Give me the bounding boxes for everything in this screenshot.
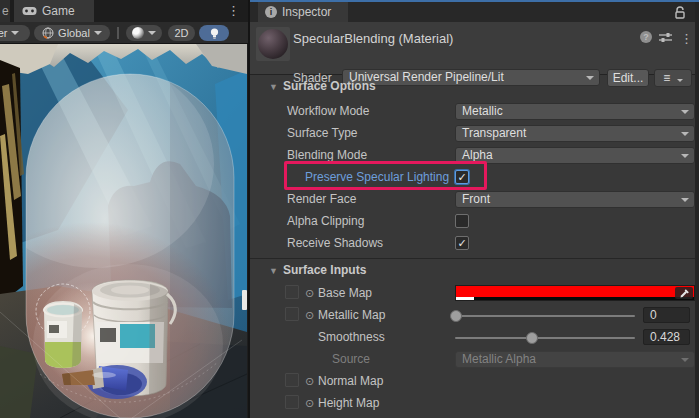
- receive-shadows-checkbox[interactable]: ✓: [455, 236, 469, 250]
- chevron-down-icon: [677, 79, 683, 82]
- smoothness-value-field[interactable]: 0.428: [643, 329, 690, 345]
- smoothness-slider-thumb[interactable]: [526, 332, 538, 344]
- chevron-down-icon: [11, 31, 19, 35]
- shading-mode-button[interactable]: [126, 25, 162, 41]
- inspector-scrollbar-gutter[interactable]: [695, 2, 699, 418]
- row-label: Base Map: [318, 285, 372, 302]
- alpha-strip: [456, 297, 694, 300]
- shader-list-button[interactable]: ≡: [654, 69, 692, 87]
- scene-toolbar: ter Global 2D: [0, 22, 248, 44]
- dropdown-value: Front: [462, 192, 490, 206]
- foldout-icon[interactable]: ▼: [269, 82, 278, 92]
- dropdown-value: Metallic: [462, 104, 503, 118]
- tab-inspector[interactable]: i Inspector: [258, 2, 348, 22]
- object-picker-icon[interactable]: ⊙: [305, 307, 314, 324]
- base-map-texture-slot[interactable]: [285, 285, 299, 299]
- chevron-down-icon: [681, 154, 689, 158]
- game-tabbar: e Game ⋮: [0, 0, 248, 22]
- chevron-down-icon: [148, 31, 156, 35]
- object-picker-icon[interactable]: ⊙: [305, 373, 314, 390]
- foldout-icon[interactable]: ▼: [269, 266, 278, 276]
- eyedropper-icon: [679, 288, 690, 299]
- row-label: Render Face: [287, 191, 356, 208]
- shaded-sphere-icon: [132, 27, 144, 39]
- preserve-specular-checkbox[interactable]: ✓: [455, 170, 469, 184]
- row-label: Surface Type: [287, 125, 358, 142]
- scene-render: [0, 44, 247, 418]
- burger-icon: ≡: [663, 71, 670, 85]
- orientation-button[interactable]: Global: [34, 25, 110, 41]
- globe-icon: [42, 27, 54, 39]
- material-title: SpecularBlending (Material): [293, 31, 453, 46]
- row-label: Receive Shadows: [287, 235, 383, 252]
- orientation-label: Global: [58, 27, 90, 39]
- chevron-down-icon: [681, 132, 689, 136]
- mode-2d-label: 2D: [174, 27, 188, 39]
- tab-inspector-label: Inspector: [282, 5, 331, 19]
- object-picker-icon[interactable]: ⊙: [305, 285, 314, 302]
- inspector-tabbar: i Inspector ⋮: [250, 2, 699, 22]
- tab-game[interactable]: Game: [14, 0, 94, 22]
- material-preview-thumbnail[interactable]: [256, 27, 290, 61]
- pivot-mode-label: ter: [0, 27, 7, 39]
- row-label: Normal Map: [318, 373, 383, 390]
- game-viewport[interactable]: [0, 44, 247, 418]
- metallic-slider-thumb[interactable]: [450, 310, 462, 322]
- chevron-down-icon: [681, 110, 689, 114]
- inspector-panel: i Inspector ⋮ SpecularBlending (Material…: [250, 0, 699, 418]
- game-panel: e Game ⋮ ter Global: [0, 0, 248, 418]
- material-menu-icon[interactable]: ⋮: [680, 31, 693, 46]
- presets-icon[interactable]: [659, 32, 672, 43]
- info-icon: i: [265, 6, 277, 18]
- render-face-dropdown[interactable]: Front: [455, 191, 695, 208]
- row-label: Alpha Clipping: [287, 213, 364, 230]
- source-dropdown: Metallic Alpha: [455, 351, 695, 368]
- blending-mode-dropdown[interactable]: Alpha: [455, 147, 695, 164]
- surface-inputs-header[interactable]: Surface Inputs: [283, 263, 366, 277]
- alpha-fill: [456, 297, 474, 300]
- help-icon[interactable]: ?: [640, 31, 652, 43]
- metallic-value-field[interactable]: 0: [643, 307, 690, 323]
- toolbar-separator: [117, 27, 119, 39]
- check-icon: ✓: [457, 237, 466, 249]
- color-swatch: [456, 286, 694, 297]
- tab-game-label: Game: [42, 4, 75, 18]
- gamepad-icon: [22, 6, 37, 16]
- game-tab-menu-icon[interactable]: ⋮: [227, 0, 240, 22]
- smoothness-slider[interactable]: [455, 337, 635, 339]
- metallic-map-texture-slot[interactable]: [285, 307, 299, 321]
- chevron-down-icon: [94, 31, 102, 35]
- dropdown-value: Transparent: [462, 126, 526, 140]
- shader-dropdown[interactable]: Universal Render Pipeline/Lit: [342, 69, 600, 86]
- row-label: Blending Mode: [287, 147, 367, 164]
- chevron-down-icon: [681, 358, 689, 362]
- row-label: Workflow Mode: [287, 103, 369, 120]
- row-label: Height Map: [318, 395, 379, 412]
- surface-options-header[interactable]: Surface Options: [283, 79, 376, 93]
- metallic-slider[interactable]: [455, 315, 635, 317]
- surface-type-dropdown[interactable]: Transparent: [455, 125, 695, 142]
- lock-open-icon[interactable]: [674, 6, 686, 19]
- material-header: SpecularBlending (Material) ? ⋮ Shader U…: [250, 22, 699, 75]
- workflow-mode-dropdown[interactable]: Metallic: [455, 103, 695, 120]
- chevron-down-icon: [681, 198, 689, 202]
- alpha-clipping-checkbox[interactable]: [455, 214, 469, 228]
- pivot-mode-button[interactable]: ter: [0, 25, 30, 41]
- check-icon: ✓: [457, 171, 466, 183]
- shader-edit-button[interactable]: Edit...: [607, 69, 649, 87]
- eyedropper-button[interactable]: [675, 287, 693, 299]
- chevron-down-icon: [586, 76, 594, 80]
- section-separator: [250, 258, 699, 259]
- scene-lighting-button[interactable]: [199, 25, 229, 41]
- mode-2d-button[interactable]: 2D: [168, 25, 195, 41]
- lightbulb-icon: [209, 27, 220, 40]
- height-map-texture-slot[interactable]: [285, 395, 299, 409]
- base-map-color-field[interactable]: [455, 285, 695, 301]
- row-label: Metallic Map: [318, 307, 385, 324]
- object-picker-icon[interactable]: ⊙: [305, 395, 314, 412]
- tab-scene-partial[interactable]: e: [0, 0, 10, 22]
- row-label: Smoothness: [318, 329, 385, 346]
- dropdown-value: Alpha: [462, 148, 493, 162]
- normal-map-texture-slot[interactable]: [285, 373, 299, 387]
- dropdown-value: Metallic Alpha: [462, 352, 536, 366]
